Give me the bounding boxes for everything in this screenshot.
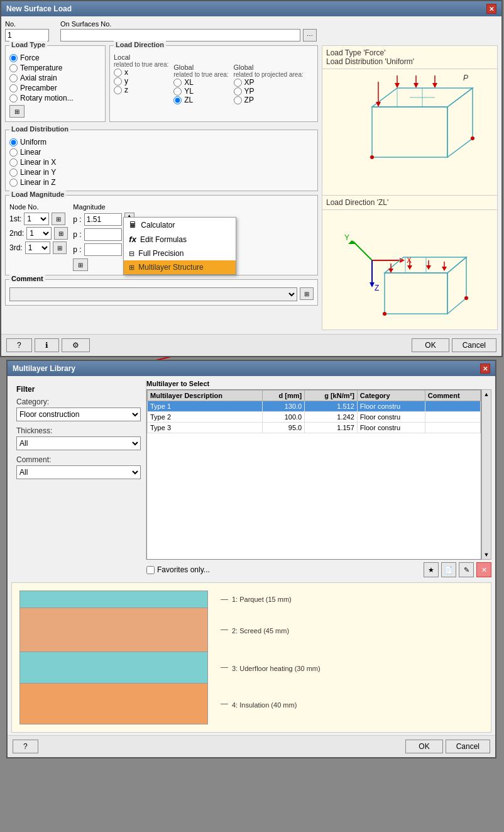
- bottom-dialog-close-button[interactable]: ✕: [480, 363, 490, 374]
- help-button[interactable]: ?: [6, 338, 32, 352]
- thickness-select[interactable]: All: [16, 436, 141, 450]
- magnitude-input-3[interactable]: [84, 243, 122, 256]
- ctx-calculator[interactable]: 🖩 Calculator: [124, 218, 236, 232]
- svg-text:P: P: [463, 74, 468, 82]
- info-button[interactable]: ℹ: [35, 338, 59, 352]
- ctx-precision-label: Full Precision: [138, 249, 184, 258]
- col-comment: Comment: [425, 391, 480, 401]
- favorites-checkbox[interactable]: [146, 566, 155, 574]
- comment-select[interactable]: [9, 287, 297, 301]
- scroll-up[interactable]: ▲: [484, 391, 490, 397]
- on-surfaces-input[interactable]: [60, 29, 300, 42]
- bottom-help-button[interactable]: ?: [13, 740, 38, 753]
- footer-left-buttons: ? ℹ ⚙: [6, 338, 90, 352]
- load-type-extra-button[interactable]: ⊞: [9, 105, 25, 118]
- svg-point-36: [464, 296, 468, 300]
- p3-label: p :: [73, 245, 81, 254]
- row3-g: 1.157: [305, 423, 358, 433]
- magnitude-input-2[interactable]: [84, 228, 122, 241]
- on-surfaces-browse-button[interactable]: ⋯: [303, 29, 317, 42]
- delete-btn[interactable]: ✕: [476, 562, 491, 577]
- row2-cat: Floor constru: [357, 412, 425, 423]
- ok-button[interactable]: OK: [412, 338, 449, 352]
- calc-icon: 🖩: [129, 220, 137, 230]
- row1-id-label: 1st:: [9, 214, 21, 223]
- layer1-label: 1: Parquet (15 mm): [232, 596, 292, 603]
- row1-node-btn[interactable]: ⊞: [52, 213, 65, 225]
- row3-node-btn[interactable]: ⊞: [53, 241, 67, 254]
- col-g: g [kN/m²]: [305, 391, 358, 401]
- svg-marker-38: [388, 269, 393, 273]
- ctx-full-precision[interactable]: ⊟ Full Precision: [124, 247, 236, 260]
- row2-desc: Type 2: [148, 412, 263, 423]
- force-diagram-svg: P: [334, 69, 485, 195]
- table-row[interactable]: Type 3 95.0 1.157 Floor constru: [148, 423, 481, 433]
- load-distribution-options: Uniform Linear Linear in X Linear in Y L…: [9, 138, 314, 187]
- magnitude-extra-btn[interactable]: ⊞: [73, 258, 88, 271]
- ctx-multilayer-structure[interactable]: ⊞ Multilayer Structure: [124, 260, 236, 274]
- global-true-sublabel: related to true area:: [173, 71, 228, 78]
- row1-comment: [425, 401, 480, 412]
- row3-desc: Type 3: [148, 423, 263, 433]
- layer4-label: 4: Insulation (40 mm): [232, 701, 297, 709]
- col-d: d [mm]: [262, 391, 304, 401]
- magnitude-context-menu: 🖩 Calculator fx Edit Formulas ⊟: [123, 217, 236, 275]
- no-input[interactable]: 1: [5, 29, 49, 42]
- table-row[interactable]: Type 1 130.0 1.512 Floor constru: [148, 401, 481, 412]
- svg-line-6: [447, 88, 473, 107]
- bottom-dialog-footer: ? OK Cancel: [8, 735, 495, 757]
- row2-node-select[interactable]: 1: [26, 227, 52, 240]
- table-scrollbar[interactable]: ▲ ▼: [481, 389, 491, 560]
- top-dialog-close-button[interactable]: ✕: [486, 4, 496, 14]
- col-cat: Category: [357, 391, 425, 401]
- svg-marker-40: [407, 265, 412, 270]
- svg-marker-29: [385, 273, 447, 314]
- row3-comment: [425, 423, 480, 433]
- svg-point-35: [383, 312, 386, 316]
- ctx-edit-formulas[interactable]: fx Edit Formulas: [124, 232, 236, 247]
- svg-marker-28: [385, 257, 466, 273]
- load-dist-section-title: Load Distribution: [9, 125, 70, 133]
- row1-node-select[interactable]: 1: [24, 213, 49, 225]
- layer-3-strip: [19, 652, 208, 684]
- svg-marker-42: [426, 265, 431, 270]
- magnitude-label: Magnitude: [73, 203, 134, 211]
- row1-d: 130.0: [262, 401, 304, 412]
- local-sublabel: related to true area:: [114, 61, 168, 68]
- ctx-calc-label: Calculator: [141, 221, 175, 230]
- scroll-down[interactable]: ▼: [484, 552, 490, 558]
- category-select[interactable]: Floor construction: [16, 408, 141, 421]
- filter-label: Filter: [16, 385, 141, 394]
- local-label: Local: [114, 53, 168, 61]
- table-row[interactable]: Type 2 100.0 1.242 Floor constru: [148, 412, 481, 423]
- magnitude-input-1[interactable]: [84, 213, 122, 226]
- svg-point-18: [471, 136, 474, 140]
- row2-node-btn[interactable]: ⊞: [54, 227, 68, 240]
- category-label: Category:: [16, 397, 141, 406]
- layer-1-strip: [19, 591, 208, 608]
- edit-btn[interactable]: ✎: [459, 562, 474, 577]
- row3-id-label: 3rd:: [9, 243, 23, 252]
- no-label: No.: [5, 20, 55, 28]
- row1-cat: Floor constru: [357, 401, 425, 412]
- comment-filter-select[interactable]: All: [16, 465, 141, 479]
- on-surfaces-label: On Surfaces No.: [60, 20, 317, 28]
- multilayer-icon: ⊞: [129, 263, 134, 272]
- settings-button[interactable]: ⚙: [62, 338, 90, 352]
- row3-cat: Floor constru: [357, 423, 425, 433]
- svg-marker-44: [442, 267, 447, 271]
- ctx-fx-label: Edit Formulas: [140, 235, 187, 244]
- new-btn[interactable]: 📄: [441, 562, 456, 577]
- bottom-ok-button[interactable]: OK: [405, 740, 442, 753]
- svg-text:Z: Z: [375, 284, 379, 292]
- layer3-label: 3: Uderfloor heating (30 mm): [232, 665, 320, 672]
- row2-id-label: 2nd:: [9, 229, 24, 238]
- bottom-cancel-button[interactable]: Cancel: [446, 740, 490, 753]
- row3-node-select[interactable]: 1: [25, 241, 50, 254]
- cancel-button[interactable]: Cancel: [452, 338, 496, 352]
- comment-btn[interactable]: ⊞: [300, 287, 314, 300]
- p1-label: p :: [73, 215, 81, 224]
- save-fav-btn[interactable]: ★: [424, 562, 439, 577]
- global-true-label: Global: [173, 64, 228, 71]
- svg-marker-1: [372, 107, 447, 157]
